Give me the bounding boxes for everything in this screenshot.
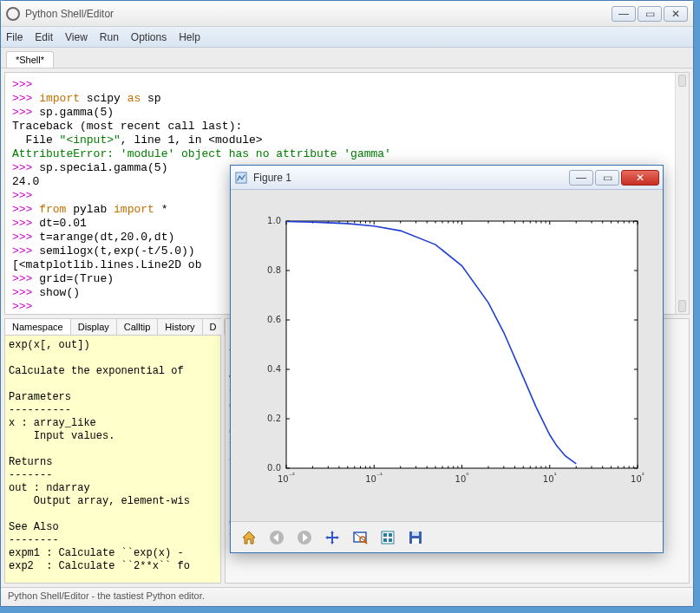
tab-calltip[interactable]: Calltip [117, 319, 159, 335]
figure-title: Figure 1 [253, 172, 569, 184]
figure-icon [234, 171, 248, 185]
subplots-icon[interactable] [376, 526, 399, 549]
svg-rect-108 [389, 538, 392, 542]
window-controls: — ▭ ✕ [612, 6, 688, 22]
svg-rect-1 [286, 221, 638, 468]
menubar: File Edit View Run Options Help [1, 27, 693, 48]
svg-text:10⁰: 10⁰ [455, 472, 469, 484]
tab-namespace[interactable]: Namespace [5, 319, 71, 335]
tab-d[interactable]: D [203, 319, 225, 335]
namespace-panel: Namespace Display Calltip History D exp(… [4, 318, 221, 584]
svg-text:10²: 10² [631, 472, 644, 484]
plot-svg: 0.00.20.40.60.81.010⁻²10⁻¹10⁰10¹10² [243, 208, 651, 503]
forward-icon[interactable] [293, 526, 316, 549]
maximize-button[interactable]: ▭ [638, 6, 662, 22]
namespace-docstring[interactable]: exp(x[, out]) Calculate the exponential … [5, 336, 220, 583]
menu-edit[interactable]: Edit [35, 31, 53, 43]
minimize-button[interactable]: — [612, 6, 636, 22]
figure-maximize-button[interactable]: ▭ [595, 170, 619, 186]
status-bar: Python Shell/Editor - the tastiest Pytho… [1, 587, 693, 606]
svg-rect-110 [412, 531, 419, 536]
svg-rect-106 [389, 533, 392, 537]
tab-history[interactable]: History [158, 319, 202, 335]
app-icon [6, 7, 20, 21]
close-button[interactable]: ✕ [664, 6, 688, 22]
figure-close-button[interactable]: ✕ [621, 170, 659, 186]
tab-shell[interactable]: *Shell* [6, 51, 54, 68]
pan-icon[interactable] [321, 526, 343, 549]
svg-rect-111 [412, 538, 419, 544]
svg-rect-105 [383, 533, 387, 537]
svg-text:10⁻¹: 10⁻¹ [365, 472, 383, 484]
svg-text:0.6: 0.6 [267, 315, 281, 324]
figure-window-controls: — ▭ ✕ [569, 170, 659, 186]
app-title: Python Shell/Editor [25, 8, 612, 20]
svg-text:0.0: 0.0 [267, 463, 281, 473]
zoom-icon[interactable] [349, 526, 371, 549]
svg-text:0.4: 0.4 [267, 364, 281, 374]
save-icon[interactable] [404, 526, 427, 549]
back-icon[interactable] [265, 526, 288, 549]
svg-text:1.0: 1.0 [267, 216, 281, 225]
home-icon[interactable] [238, 526, 260, 549]
menu-help[interactable]: Help [179, 31, 200, 43]
figure-titlebar[interactable]: Figure 1 — ▭ ✕ [231, 166, 663, 190]
tab-display[interactable]: Display [71, 319, 117, 335]
namespace-tabs: Namespace Display Calltip History D [5, 319, 220, 336]
svg-text:0.2: 0.2 [267, 414, 281, 423]
figure-minimize-button[interactable]: — [569, 170, 593, 186]
svg-text:0.8: 0.8 [267, 265, 281, 275]
titlebar[interactable]: Python Shell/Editor — ▭ ✕ [1, 1, 693, 27]
svg-text:10⁻²: 10⁻² [278, 472, 295, 484]
menu-run[interactable]: Run [100, 31, 119, 43]
menu-file[interactable]: File [6, 31, 23, 43]
figure-toolbar [231, 521, 663, 552]
figure-window[interactable]: Figure 1 — ▭ ✕ 0.00.20.40.60.81.010⁻²10⁻… [230, 165, 664, 553]
svg-rect-107 [383, 538, 387, 542]
menu-view[interactable]: View [65, 31, 88, 43]
svg-text:10¹: 10¹ [543, 472, 557, 484]
menu-options[interactable]: Options [131, 31, 167, 43]
figure-canvas[interactable]: 0.00.20.40.60.81.010⁻²10⁻¹10⁰10¹10² [231, 190, 663, 521]
editor-tab-strip: *Shell* [1, 48, 693, 68]
